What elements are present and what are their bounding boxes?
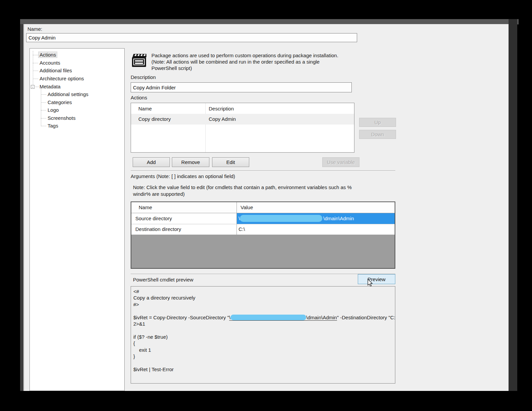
actions-label: Actions xyxy=(131,95,147,100)
argument-source-value-visible: \dmain\Admin xyxy=(323,216,354,221)
actions-row-name: Copy directory xyxy=(138,116,171,122)
edit-button[interactable]: Edit xyxy=(212,157,249,167)
use-variable-button[interactable]: Use variable xyxy=(322,157,359,167)
actions-col-name[interactable]: Name xyxy=(138,106,152,111)
tree-dash xyxy=(41,118,46,118)
name-label: Name: xyxy=(27,26,42,32)
intro-text-line3: PowerShell script) xyxy=(151,65,192,71)
sidebar-item-metadata[interactable]: Metadata xyxy=(40,84,61,89)
code-line: if ($? -ne $true) xyxy=(131,334,395,340)
code-cmd-suffix: " -DestinationDirectory "C:\" xyxy=(337,315,395,320)
code-line: 2>&1 xyxy=(131,321,395,327)
tree-dash xyxy=(36,87,39,87)
sidebar-item-additional-files[interactable]: Additional files xyxy=(40,68,72,73)
arguments-header: Arguments (Note: [ ] indicates an option… xyxy=(131,173,235,179)
sidebar-item-logo[interactable]: Logo xyxy=(48,107,59,113)
sidebar-item-architecture-options[interactable]: Architecture options xyxy=(40,76,84,81)
clapperboard-icon xyxy=(132,54,146,68)
sidebar-item-accounts[interactable]: Accounts xyxy=(40,60,60,66)
separator xyxy=(131,274,395,274)
window-chrome-left xyxy=(20,24,23,391)
code-path-visible: \dmain\Admin xyxy=(306,315,337,320)
code-line: Copy a directory recursively xyxy=(131,295,395,301)
tree-dash xyxy=(33,63,38,63)
arguments-table-empty-area xyxy=(131,235,395,268)
preview-button[interactable]: Preview xyxy=(358,274,395,284)
argument-source-name: Source directory xyxy=(135,216,172,221)
screenshot-root: Name: Copy Admin - Actions Accounts Addi… xyxy=(0,0,532,411)
tree-dash xyxy=(33,79,38,79)
arguments-note-line1: Note: Click the value field to edit (for… xyxy=(133,184,352,190)
code-line-command: $ivRet = Copy-Directory -SourceDirectory… xyxy=(131,314,395,321)
redaction-scribble xyxy=(240,215,322,222)
code-line: exit 1 xyxy=(131,347,395,353)
intro-text-line1: Package actions are used to perform cust… xyxy=(151,53,338,58)
description-input[interactable]: Copy Admin Folder xyxy=(131,82,352,92)
powershell-preview-label: PowerShell cmdlet preview xyxy=(133,277,193,282)
actions-table[interactable]: Name Description Copy directory Copy Adm… xyxy=(131,103,354,153)
sidebar-item-tags[interactable]: Tags xyxy=(48,123,58,129)
intro-text-line2: (Note: All actions will be combined and … xyxy=(151,59,320,65)
window-chrome-right xyxy=(509,19,517,391)
powershell-code-preview[interactable]: <# Copy a directory recursively #> $ivRe… xyxy=(131,286,395,384)
code-cmd-prefix: $ivRet = Copy-Directory -SourceDirectory… xyxy=(133,315,229,320)
window-chrome-top xyxy=(20,19,519,24)
code-line: { xyxy=(131,340,395,346)
bottom-crop-mask xyxy=(0,391,532,411)
arguments-note-line2: windir% are supported) xyxy=(133,191,185,197)
argument-destination-name: Destination directory xyxy=(135,226,181,232)
package-name-value: Copy Admin xyxy=(28,35,56,40)
argument-destination-value: C:\ xyxy=(239,226,245,232)
actions-col-description[interactable]: Description xyxy=(209,106,234,111)
tree-line-root xyxy=(33,51,33,87)
code-line-blank xyxy=(131,308,395,314)
actions-row-description: Copy Admin xyxy=(209,116,236,122)
settings-tree-panel xyxy=(29,48,125,391)
tree-dash xyxy=(33,55,38,55)
tree-dash xyxy=(41,102,46,103)
redaction-scribble xyxy=(230,315,306,320)
actions-table-column-divider xyxy=(205,103,206,152)
tree-dash xyxy=(41,126,46,126)
up-button[interactable]: Up xyxy=(359,118,396,127)
arguments-col-value[interactable]: Value xyxy=(241,204,253,210)
remove-button[interactable]: Remove xyxy=(172,157,209,167)
add-button[interactable]: Add xyxy=(133,157,170,167)
description-value: Copy Admin Folder xyxy=(133,85,176,90)
arguments-table-header: Name Value xyxy=(131,202,395,213)
code-line: #> xyxy=(131,301,395,308)
tree-line-children xyxy=(41,88,41,126)
tree-dash xyxy=(33,71,38,71)
sidebar-item-screenshots[interactable]: Screenshots xyxy=(48,115,75,121)
tree-dash xyxy=(41,94,46,95)
code-line-blank xyxy=(131,327,395,333)
tree-dash xyxy=(41,110,46,110)
actions-row-selected[interactable]: Copy directory Copy Admin xyxy=(131,114,354,125)
argument-source-value-cell[interactable]: \ \dmain\Admin xyxy=(237,213,395,224)
down-button[interactable]: Down xyxy=(359,130,396,139)
arguments-col-name[interactable]: Name xyxy=(139,204,152,210)
code-line: <# xyxy=(131,288,395,295)
metadata-collapse-icon[interactable]: - xyxy=(31,85,35,89)
sidebar-item-additional-settings[interactable]: Additional settings xyxy=(48,91,88,97)
arguments-table[interactable]: Name Value Source directory \ \dmain\Adm… xyxy=(131,201,395,269)
sidebar-item-categories[interactable]: Categories xyxy=(48,99,72,105)
argument-row-source[interactable]: Source directory \ \dmain\Admin xyxy=(131,213,395,224)
code-source-path: \\dmain\Admin xyxy=(229,315,337,321)
code-line: } xyxy=(131,353,395,359)
code-line-blank xyxy=(131,359,395,366)
code-line: $ivRet | Test-Error xyxy=(131,366,395,373)
separator xyxy=(131,170,395,171)
package-name-input[interactable]: Copy Admin xyxy=(26,33,357,42)
argument-row-destination[interactable]: Destination directory C:\ xyxy=(131,224,395,235)
description-label: Description xyxy=(131,74,156,80)
sidebar-item-actions[interactable]: Actions xyxy=(39,52,57,58)
